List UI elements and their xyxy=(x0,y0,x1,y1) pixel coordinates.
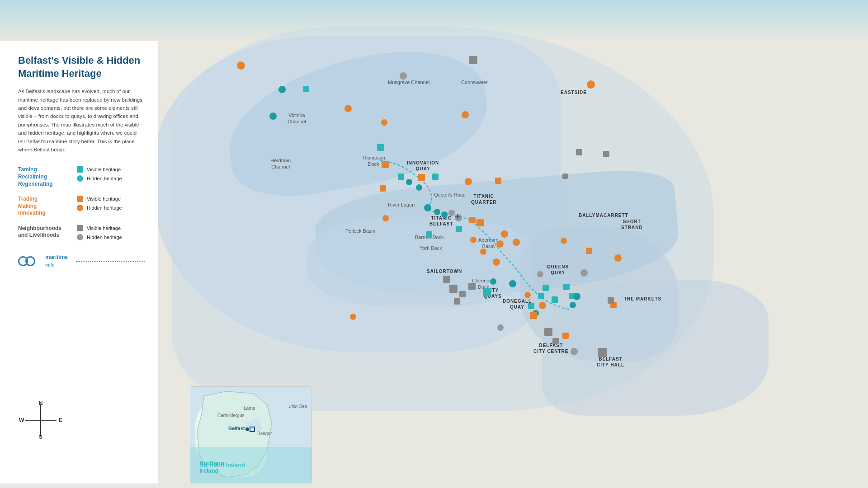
grey-square-icon xyxy=(77,225,83,231)
marker-grey-circ-4 xyxy=(537,271,543,277)
marker-teal-circ-3 xyxy=(406,179,412,185)
marker-teal-sq-7 xyxy=(483,288,491,296)
marker-grey-sq-4 xyxy=(562,174,568,179)
compass-south-label: S xyxy=(39,434,42,440)
marker-grey-circ-6 xyxy=(497,324,504,331)
marker-grey-circ-1 xyxy=(400,72,407,80)
legend-category-trading-title: TradingMakingInnovating xyxy=(18,196,77,217)
marker-grey-sq-6 xyxy=(449,285,458,293)
marker-orange-circ-3 xyxy=(381,119,387,126)
marker-orange-circ-1 xyxy=(237,61,245,70)
inset-belfast-dot xyxy=(245,427,249,431)
legend-item-taming-hidden: Hidden heritage xyxy=(77,175,122,182)
legend-section-taming: TamingReclaimingRegenerating Visible her… xyxy=(18,166,145,188)
marker-teal-circ-12 xyxy=(573,293,580,300)
marker-orange-sq-3 xyxy=(418,174,425,181)
marker-grey-sq-7 xyxy=(459,291,466,297)
marker-orange-sq-9 xyxy=(562,333,569,339)
inset-belfast-box xyxy=(250,427,255,432)
legend-item-neighbourhoods-visible: Visible heritage xyxy=(77,225,122,231)
legend-item-taming-visible: Visible heritage xyxy=(77,166,122,173)
compass: N S E W xyxy=(23,402,59,438)
marker-grey-circ-7 xyxy=(571,348,578,355)
marker-orange-sq-6 xyxy=(476,219,484,226)
marker-teal-sq-10 xyxy=(538,293,544,299)
inset-ni-label-2: NorthernIreland xyxy=(199,460,224,475)
legend-item-trading-hidden: Hidden heritage xyxy=(77,205,122,211)
neighbourhoods-hidden-label: Hidden heritage xyxy=(87,235,122,240)
marker-orange-circ-10 xyxy=(501,230,508,238)
marker-teal-sq-4 xyxy=(432,174,439,180)
marker-teal-sq-8 xyxy=(542,285,549,291)
marker-orange-circ-16 xyxy=(350,314,356,320)
titanic-belfast-crosshair xyxy=(455,211,461,223)
marker-orange-circ-15 xyxy=(513,239,520,246)
legend-category-neighbourhoods: Neighbourhoodsand Livelihoods Visible he… xyxy=(18,225,145,240)
marker-orange-circ-6 xyxy=(382,215,389,221)
marker-grey-sq-1 xyxy=(469,56,477,64)
compass-horizontal-line xyxy=(25,420,57,421)
trading-hidden-label: Hidden heritage xyxy=(87,205,122,211)
marker-teal-circ-7 xyxy=(441,211,448,218)
inset-larne-label: Larne xyxy=(244,406,255,411)
legend-category-taming-title: TamingReclaimingRegenerating xyxy=(18,166,77,188)
bottom-right-water xyxy=(542,280,769,416)
marker-grey-sq-5 xyxy=(443,276,450,283)
inset-irish-sea-label: Irish Sea xyxy=(289,404,307,409)
marker-orange-circ-8 xyxy=(480,249,486,255)
marker-teal-circ-4 xyxy=(416,184,422,191)
marker-orange-sq-1 xyxy=(382,161,389,168)
taming-visible-label: Visible heritage xyxy=(87,167,121,172)
marker-grey-sq-8 xyxy=(468,283,476,290)
marker-teal-sq-2 xyxy=(377,144,384,151)
neighbourhoods-visible-label: Visible heritage xyxy=(87,225,121,231)
marker-orange-circ-17 xyxy=(539,302,546,309)
marker-orange-circ-2 xyxy=(344,105,352,112)
inset-carrick-label: Carrickfergus xyxy=(217,413,244,418)
marker-teal-sq-9 xyxy=(563,284,570,290)
marker-orange-circ-4 xyxy=(462,111,469,118)
marker-teal-circ-2 xyxy=(278,86,286,93)
marker-teal-circ-9 xyxy=(509,280,516,287)
marker-orange-circ-11 xyxy=(496,240,504,248)
legend-section-trading: TradingMakingInnovating Visible heritage… xyxy=(18,196,145,217)
marker-teal-sq-5 xyxy=(426,231,432,238)
marker-teal-sq-12 xyxy=(552,296,558,303)
panel-title: Belfast's Visible & Hidden Maritime Heri… xyxy=(18,54,145,80)
inset-map: Northern Ireland Belfast Larne Bangor Ca… xyxy=(190,386,312,483)
marker-grey-circ-5 xyxy=(580,269,588,277)
marker-orange-circ-5 xyxy=(465,178,472,185)
maritime-name: maritime xyxy=(45,254,68,260)
legend-item-neighbourhoods-hidden: Hidden heritage xyxy=(77,234,122,240)
marker-teal-sq-11 xyxy=(528,303,534,309)
marker-orange-circ-14 xyxy=(561,238,567,244)
marker-grey-sq-2 xyxy=(576,149,582,155)
marker-orange-circ-13 xyxy=(614,254,622,262)
compass-north-label: N xyxy=(39,400,43,407)
compass-cross: N S E W xyxy=(23,402,59,438)
inset-bangor-label: Bangor xyxy=(257,431,272,436)
taming-hidden-label: Hidden heritage xyxy=(87,176,122,181)
inset-teal-text-area: NorthernIreland xyxy=(190,447,311,483)
teal-square-icon xyxy=(77,166,83,173)
maritime-logo-text: maritime mile xyxy=(45,254,68,268)
marker-teal-sq-3 xyxy=(398,174,404,180)
marker-orange-circ-7 xyxy=(470,237,476,243)
maritime-mile: mile xyxy=(45,263,54,267)
panel-description: As Belfast's landscape has evolved, much… xyxy=(18,87,145,154)
marker-grey-sq-9 xyxy=(454,298,460,305)
marker-grey-sq-3 xyxy=(603,151,609,157)
grey-circle-icon xyxy=(77,234,83,240)
marker-teal-sq-1 xyxy=(303,86,309,92)
marker-teal-circ-8 xyxy=(490,278,496,285)
top-bar xyxy=(0,0,868,41)
orange-square-icon xyxy=(77,196,83,202)
marker-orange-circ-12 xyxy=(587,80,595,89)
maritime-dotted-line xyxy=(76,261,145,262)
marker-grey-circ-2 xyxy=(448,210,455,216)
legend-section-neighbourhoods: Neighbourhoodsand Livelihoods Visible he… xyxy=(18,225,145,240)
marker-grey-sq-10 xyxy=(544,328,552,336)
marker-orange-circ-9 xyxy=(493,258,500,266)
marker-grey-sq-11 xyxy=(552,338,559,344)
compass-east-label: E xyxy=(59,417,62,423)
